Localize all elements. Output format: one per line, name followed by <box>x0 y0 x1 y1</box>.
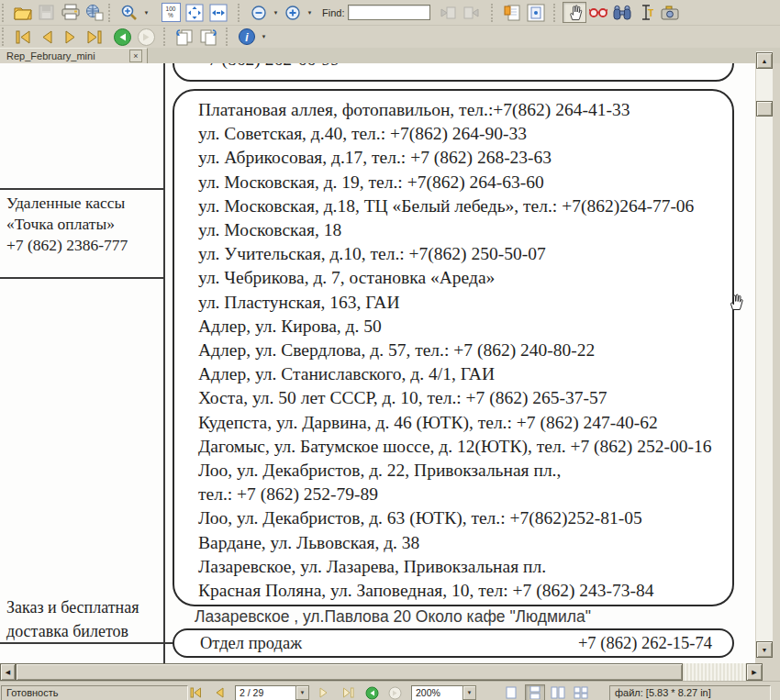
save-button[interactable] <box>35 2 59 23</box>
address-line: Кудепста, ул. Дарвина, д. 46 (ЮТК), тел.… <box>198 411 725 435</box>
table-horizontal-rule <box>0 277 164 279</box>
address-line: Лазаревское, ул. Лазарева, Привокзальная… <box>198 555 725 579</box>
thumbnails-panel-button[interactable] <box>500 2 524 23</box>
zoom-out-dropdown[interactable]: ▼ <box>271 2 281 23</box>
scroll-up-button[interactable]: ▲ <box>756 52 773 69</box>
document-viewport[interactable]: +7 (862) 262-66-99 Удаленные кассы«Точка… <box>0 63 755 663</box>
scroll-down-button[interactable]: ▼ <box>756 641 773 658</box>
snapshot-button[interactable] <box>658 2 682 23</box>
fit-page-icon <box>185 4 204 22</box>
previous-page-icon <box>39 30 54 44</box>
horizontal-scrollbar-thumb[interactable] <box>16 663 683 681</box>
fit-width-button[interactable] <box>206 2 230 23</box>
status-first-page-button[interactable] <box>187 685 204 700</box>
export-button[interactable] <box>83 2 106 23</box>
layout-facing-button[interactable] <box>548 684 568 700</box>
rotate-left-button[interactable] <box>173 27 196 48</box>
toolbar-grip <box>238 4 244 22</box>
rotate-left-icon <box>174 28 195 46</box>
find-previous-button[interactable] <box>436 2 460 23</box>
floppy-icon <box>39 5 55 21</box>
tab-title: Rep_February_mini <box>0 50 129 61</box>
file-info-text: файл: [5.83 * 8.27 in] <box>609 685 771 700</box>
zoom-tool-button[interactable] <box>117 2 141 23</box>
status-history-forward-button[interactable] <box>386 685 403 700</box>
next-page-icon <box>63 30 78 44</box>
address-line: ул. Чебрикова, д. 7, остановка «Ареда» <box>198 266 725 290</box>
status-bar: Готовность 2 / 29 ▼ 200% ▼ <box>0 681 780 700</box>
magnifier-icon <box>120 4 139 22</box>
layout-continuous-button[interactable] <box>525 684 545 700</box>
zoom-100-icon: 100 % <box>162 3 181 22</box>
address-line: ул. Пластунская, 163, ГАИ <box>198 291 725 315</box>
find-input[interactable] <box>348 5 430 20</box>
address-line: Лоо, ул. Декабристов, д. 22, Привокзальн… <box>198 459 725 483</box>
document-info-dropdown[interactable]: ▼ <box>259 27 269 48</box>
side-label-line: доставка билетов <box>6 619 139 643</box>
zoom-tool-dropdown[interactable]: ▼ <box>141 2 151 23</box>
history-back-button[interactable] <box>110 27 134 48</box>
zoom-in-dropdown[interactable]: ▼ <box>305 2 315 23</box>
last-page-button[interactable] <box>83 27 106 48</box>
reading-mode-button[interactable] <box>586 2 610 23</box>
toolbar-grip <box>2 4 8 22</box>
first-page-button[interactable] <box>11 27 35 48</box>
facing-pages-icon <box>551 686 565 699</box>
rotate-right-button[interactable] <box>196 27 220 48</box>
document-tab[interactable]: Rep_February_mini × <box>0 48 148 63</box>
remote-cashdesk-labels: Удаленные кассы«Точка оплаты»+7 (862) 23… <box>6 193 128 256</box>
scroll-left-button[interactable]: ◀ <box>0 663 16 681</box>
status-history-back-button[interactable] <box>363 685 380 700</box>
sales-box: Отдел продаж +7 (862) 262-15-74 <box>173 628 734 658</box>
document-info-button[interactable]: i <box>235 27 259 48</box>
zoom-100-bottom-label: % <box>168 13 173 19</box>
tab-bar: Rep_February_mini × <box>0 48 780 63</box>
zoom-level-field[interactable]: 200% <box>411 685 464 700</box>
status-previous-page-button[interactable] <box>211 685 228 700</box>
printer-icon <box>61 4 80 21</box>
zoom-level-dropdown[interactable]: ▼ <box>462 685 476 700</box>
fit-page-button[interactable] <box>183 2 206 23</box>
tab-close-button[interactable]: × <box>129 50 142 62</box>
select-text-button[interactable]: T <box>634 2 658 23</box>
zoom-100-button[interactable]: 100 % <box>159 2 183 23</box>
camera-icon <box>661 6 679 20</box>
address-line: Адлер, ул. Свердлова, д. 57, тел.: +7 (8… <box>198 339 725 362</box>
print-button[interactable] <box>59 2 83 23</box>
svg-text:T: T <box>648 7 653 18</box>
address-line: ул. Московская, д.18, ТЦ «Белый лебедь»,… <box>198 194 725 218</box>
find-next-button[interactable] <box>460 2 484 23</box>
zoom-out-button[interactable] <box>247 2 271 23</box>
page-number-field[interactable]: 2 / 29 <box>235 685 297 700</box>
rotate-right-icon <box>198 28 218 46</box>
app-window: ▼ 100 % ▼ ▼ Find: <box>0 0 780 700</box>
hand-cursor <box>728 292 743 311</box>
find-next-icon <box>463 6 480 20</box>
find-previous-icon <box>440 6 456 20</box>
status-last-page-button[interactable] <box>340 685 356 700</box>
side-label-line: Удаленные кассы <box>6 193 128 214</box>
open-folder-icon <box>14 5 33 21</box>
hand-tool-button[interactable] <box>563 2 586 23</box>
scroll-right-button[interactable]: ▶ <box>746 663 763 681</box>
side-label-line: Заказ и бесплатная <box>6 595 139 619</box>
zoom-in-button[interactable] <box>281 2 305 23</box>
status-next-page-button[interactable] <box>316 685 332 700</box>
address-line: ул. Советская, д.40, тел.: +7(862) 264-9… <box>198 122 725 146</box>
vertical-scrollbar-track[interactable] <box>756 51 773 658</box>
side-label-line: «Точка оплаты» <box>6 214 128 235</box>
layout-single-page-button[interactable] <box>501 684 521 700</box>
next-page-icon <box>318 687 329 698</box>
previous-page-button[interactable] <box>35 27 59 48</box>
open-file-button[interactable] <box>11 2 35 23</box>
history-forward-button[interactable] <box>134 27 158 48</box>
preview-panel-button[interactable] <box>524 2 548 23</box>
address-line: Красная Поляна, ул. Заповедная, 10, тел:… <box>198 579 725 603</box>
sales-phone: +7 (862) 262-15-74 <box>578 634 712 653</box>
layout-two-up-button[interactable] <box>571 684 591 700</box>
next-page-button[interactable] <box>59 27 83 48</box>
vertical-scrollbar-thumb[interactable] <box>756 101 773 117</box>
address-line: Дагомыс, ул. Батумское шоссе, д. 12(ЮТК)… <box>198 435 725 459</box>
page-number-dropdown[interactable]: ▼ <box>295 685 309 700</box>
search-button[interactable] <box>610 2 634 23</box>
